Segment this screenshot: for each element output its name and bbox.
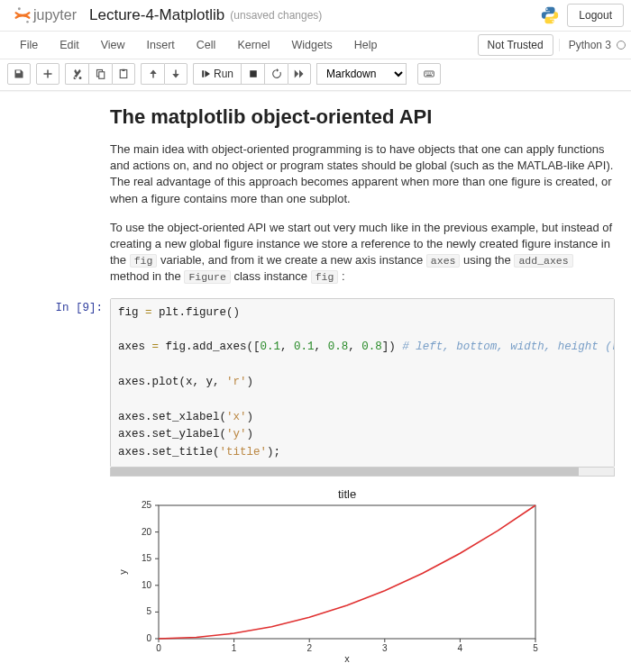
cut-icon — [72, 68, 83, 79]
code-span: fig — [311, 270, 339, 284]
copy-button[interactable] — [88, 63, 112, 85]
markdown-cell[interactable]: The matplotlib object-oriented API The m… — [16, 105, 615, 286]
svg-text:x: x — [344, 653, 350, 664]
svg-point-3 — [553, 21, 554, 23]
svg-text:3: 3 — [382, 643, 388, 653]
menu-view[interactable]: View — [90, 33, 136, 57]
run-icon — [201, 69, 210, 78]
svg-text:title: title — [338, 487, 356, 501]
save-icon — [14, 68, 24, 79]
kernel-indicator[interactable]: Python 3 — [559, 39, 626, 51]
menu-edit[interactable]: Edit — [49, 33, 90, 57]
cell-type-select[interactable]: Markdown — [316, 63, 407, 85]
output-area: 0123450510152025xytitle — [16, 477, 615, 664]
menu-widgets[interactable]: Widgets — [281, 33, 343, 57]
header: jupyter Lecture-4-Matplotlib (unsaved ch… — [0, 0, 631, 32]
code-span: add_axes — [514, 254, 572, 268]
keyboard-icon — [424, 68, 434, 79]
python-icon — [540, 5, 560, 25]
insert-cell-button[interactable] — [36, 63, 59, 85]
menu-kernel[interactable]: Kernel — [226, 33, 280, 57]
logo-text: jupyter — [33, 7, 77, 23]
paste-button[interactable] — [112, 63, 135, 85]
cut-button[interactable] — [65, 63, 88, 85]
svg-text:10: 10 — [142, 580, 152, 590]
svg-text:25: 25 — [142, 500, 152, 510]
svg-text:5: 5 — [146, 606, 151, 616]
fast-forward-icon — [294, 68, 305, 79]
svg-rect-9 — [425, 71, 434, 77]
svg-text:0: 0 — [146, 633, 151, 643]
md-heading: The matplotlib object-oriented API — [110, 105, 615, 129]
code-span: fig — [130, 254, 158, 268]
restart-icon — [271, 68, 282, 79]
run-button[interactable]: Run — [193, 63, 241, 85]
input-prompt: In [9]: — [16, 298, 110, 477]
svg-rect-10 — [425, 73, 426, 74]
svg-rect-11 — [428, 73, 429, 74]
code-span: Figure — [184, 270, 230, 284]
svg-text:4: 4 — [458, 643, 463, 653]
trusted-button[interactable]: Not Trusted — [478, 34, 553, 56]
plus-icon — [42, 68, 53, 79]
svg-rect-14 — [426, 75, 432, 76]
svg-text:15: 15 — [142, 553, 152, 563]
save-button[interactable] — [7, 63, 31, 85]
jupyter-logo[interactable]: jupyter — [13, 5, 84, 25]
svg-text:0: 0 — [156, 643, 161, 653]
menu-insert[interactable]: Insert — [136, 33, 186, 57]
svg-rect-5 — [98, 72, 104, 79]
notebook-title[interactable]: Lecture-4-Matplotlib — [89, 6, 224, 24]
svg-rect-8 — [250, 70, 257, 77]
svg-text:20: 20 — [142, 526, 152, 536]
arrow-up-icon — [148, 68, 159, 79]
svg-rect-15 — [159, 505, 535, 639]
md-paragraph-2: To use the object-oriented API we start … — [110, 220, 615, 286]
kernel-status-icon — [617, 41, 626, 50]
interrupt-button[interactable] — [241, 63, 264, 85]
svg-point-0 — [18, 7, 21, 10]
toolbar: Run Markdown — [0, 59, 631, 91]
move-cell-group — [141, 63, 187, 85]
svg-rect-13 — [432, 73, 433, 74]
copy-icon — [96, 68, 106, 79]
svg-text:2: 2 — [306, 643, 312, 653]
scroll-thumb[interactable] — [111, 468, 579, 476]
notebook-area: The matplotlib object-oriented API The m… — [0, 91, 631, 664]
jupyter-icon — [13, 5, 32, 25]
svg-text:1: 1 — [232, 643, 237, 653]
cut-copy-paste-group — [65, 63, 135, 85]
code-span: axes — [426, 254, 461, 268]
paste-icon — [118, 68, 129, 79]
arrow-down-icon — [170, 68, 181, 79]
stop-icon — [248, 68, 259, 79]
code-input[interactable]: fig = plt.figure() axes = fig.add_axes([… — [110, 298, 615, 468]
kernel-name: Python 3 — [569, 39, 611, 51]
command-palette-button[interactable] — [417, 63, 441, 85]
svg-point-1 — [26, 21, 29, 23]
menu-help[interactable]: Help — [343, 33, 389, 57]
move-up-button[interactable] — [141, 63, 164, 85]
menubar: File Edit View Insert Cell Kernel Widget… — [0, 32, 631, 59]
run-label: Run — [214, 68, 233, 80]
code-cell[interactable]: In [9]: fig = plt.figure() axes = fig.ad… — [16, 298, 615, 477]
svg-point-2 — [546, 8, 548, 10]
move-down-button[interactable] — [164, 63, 187, 85]
output-figure: 0123450510152025xytitle — [115, 486, 548, 664]
svg-text:y: y — [117, 569, 128, 575]
logout-button[interactable]: Logout — [567, 4, 624, 27]
restart-run-all-button[interactable] — [288, 63, 311, 85]
restart-button[interactable] — [264, 63, 288, 85]
menu-file[interactable]: File — [9, 33, 49, 57]
save-status: (unsaved changes) — [230, 9, 322, 22]
svg-text:5: 5 — [533, 643, 538, 653]
svg-rect-12 — [430, 73, 431, 74]
svg-rect-7 — [123, 69, 125, 71]
run-group: Run — [193, 63, 311, 85]
horizontal-scrollbar[interactable] — [110, 468, 615, 477]
menu-cell[interactable]: Cell — [186, 33, 227, 57]
md-paragraph-1: The main idea with object-oriented progr… — [110, 141, 615, 207]
